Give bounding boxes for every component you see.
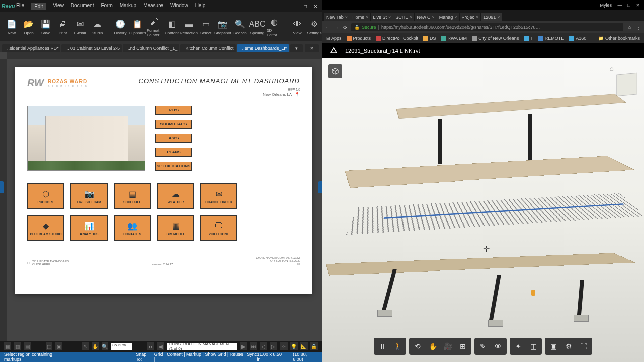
bim-model-tile[interactable]: ▦BIM MODEL <box>157 215 194 241</box>
snap-markup[interactable]: Markup | <box>185 352 204 357</box>
bookmark-remote[interactable]: REMOTE <box>538 36 565 41</box>
tab-close-icon[interactable]: × <box>388 15 391 20</box>
menu-measure[interactable]: Measure <box>143 3 163 10</box>
forward-button[interactable]: → <box>334 25 339 30</box>
lock-tool[interactable]: 🔒 <box>310 342 318 350</box>
close-button[interactable]: ✕ <box>312 3 319 10</box>
new-button[interactable]: 📄New <box>4 14 19 39</box>
explode-button[interactable]: ✦ <box>513 341 524 352</box>
snapshot-button[interactable]: 📷Snapshot <box>215 14 230 39</box>
zoom-tool[interactable]: 🔍 <box>102 342 109 350</box>
save-button[interactable]: 💾Save <box>38 14 53 39</box>
first-person-button[interactable]: ⊞ <box>457 341 468 352</box>
page-selector[interactable]: CONSTRUCTION MANAGEMENT (1 of 6) <box>167 343 237 350</box>
clipboard-button[interactable]: 📋Clipboard <box>130 14 145 39</box>
browser-tab-6[interactable]: Projec× <box>460 13 481 21</box>
model-tree-button[interactable]: ◫ <box>528 341 539 352</box>
tab-close-icon[interactable]: × <box>345 15 348 20</box>
nav-prev[interactable]: ◁ <box>260 342 267 350</box>
content-button[interactable]: ◧Content <box>164 14 179 39</box>
tab-dropdown[interactable]: ▾ <box>290 44 303 52</box>
bookmark-ds[interactable]: DS <box>423 36 436 41</box>
view-cube[interactable] <box>616 73 637 96</box>
specifications-link[interactable]: SPECIFICATIONS <box>155 162 192 171</box>
pan-button[interactable]: ✋ <box>427 341 438 352</box>
chrome-user-label[interactable]: Myles <box>600 3 612 8</box>
tab-close-icon[interactable]: × <box>432 15 434 20</box>
menu-window[interactable]: Window <box>170 3 188 10</box>
panel-toggle-1[interactable]: ▦ <box>4 342 11 350</box>
search-button[interactable]: 🔍Search <box>232 14 248 39</box>
bookmark-products[interactable]: Products <box>347 36 371 41</box>
3d-viewer-canvas[interactable]: ⌂ ✛ ⏸ 🚶 ⟲ ✋ 🎥 ⊞ <box>322 58 644 362</box>
section-button[interactable]: 👁 <box>493 341 504 352</box>
browser-tab-4[interactable]: New C× <box>415 13 436 21</box>
settings-button[interactable]: ⚙Settings <box>307 14 322 39</box>
bookmark-rwa-bim[interactable]: RWA BIM <box>441 36 467 41</box>
print-button[interactable]: 🖨Print <box>55 14 70 39</box>
first-page-button[interactable]: ⏮ <box>147 342 154 350</box>
submittals-link[interactable]: SUBMITTAL'S <box>155 120 192 129</box>
update-link[interactable]: ▢ TO UPDATE DASHBOARD CLICK HERE <box>27 260 69 266</box>
dim-tool[interactable]: ✧ <box>280 342 288 350</box>
video-conf-tile[interactable]: 🖵VIDEO CONF <box>200 215 237 241</box>
doc-tab-0[interactable]: ..sidential Appliances PD* <box>2 44 60 52</box>
reload-button[interactable]: ⟳ <box>343 25 347 30</box>
snap-grid[interactable]: Grid | <box>154 352 166 357</box>
doc-tab-2[interactable]: ..nd Column Conflict _1_ <box>123 44 180 52</box>
browser-tab-7[interactable]: 12091× <box>481 13 502 21</box>
minimize-button[interactable]: — <box>292 3 299 10</box>
tab-close-icon[interactable]: × <box>366 15 368 20</box>
last-page-button[interactable]: ⏭ <box>250 342 257 350</box>
rfis-link[interactable]: RFI'S <box>155 106 192 115</box>
plans-link[interactable]: PLANS <box>155 148 192 157</box>
back-button[interactable]: ← <box>325 25 330 30</box>
left-panel-handle[interactable] <box>0 181 4 193</box>
panel-toggle-5[interactable]: ▣ <box>55 342 62 350</box>
contacts-tile[interactable]: 👥CONTACTS <box>114 215 151 241</box>
settings-button[interactable]: ⚙ <box>563 341 574 352</box>
tab-close-icon[interactable]: × <box>476 15 478 20</box>
pause-button[interactable]: ⏸ <box>377 341 388 352</box>
lightbulb-tool[interactable]: 💡 <box>290 342 298 350</box>
map-pin-icon[interactable]: 📍 <box>295 92 300 97</box>
format-painter-button[interactable]: 🖌Format Painter <box>147 14 162 39</box>
asis-link[interactable]: ASI'S <box>155 134 192 143</box>
prev-page-button[interactable]: ◀ <box>157 342 164 350</box>
tab-close-icon[interactable]: × <box>410 15 412 20</box>
e-mail-button[interactable]: ✉E-mail <box>72 14 88 39</box>
browser-tab-5[interactable]: Manag× <box>437 13 459 21</box>
menu-document[interactable]: Document <box>71 3 94 10</box>
doc-tab-4[interactable]: ..eme Dashboards_LI* <box>237 44 289 52</box>
calibrate-tool[interactable]: 📐 <box>300 342 308 350</box>
panel-toggle-3[interactable]: ▤ <box>24 342 31 350</box>
measure-button[interactable]: ✎ <box>477 341 489 352</box>
snap-show-grid[interactable]: Show Grid | <box>204 352 228 357</box>
doc-tab-1[interactable]: .. 03 Cabinet SD Level 2-5 <box>61 44 121 52</box>
close-button[interactable]: ✕ <box>635 2 641 8</box>
apps-button[interactable]: ⊞ Apps <box>326 36 342 41</box>
3d-editor-button[interactable]: ◍3D Editor <box>267 14 282 39</box>
nav-next[interactable]: ▷ <box>270 342 277 350</box>
view-button[interactable]: 👁View <box>290 14 305 39</box>
other-bookmarks[interactable]: 📁 Other bookmarks <box>598 36 640 41</box>
bookmark-directpoll-cockpit[interactable]: DirectPoll Cockpit <box>376 36 418 41</box>
panel-toggle-2[interactable]: ▥ <box>14 342 21 350</box>
redaction-button[interactable]: ▬Redaction <box>181 14 196 39</box>
zoom-input[interactable]: 85.23% <box>111 343 132 350</box>
live-site-cam-tile[interactable]: 📷LIVE SITE CAM <box>70 183 108 209</box>
bookmark-a360[interactable]: A360 <box>569 36 586 41</box>
browser-tab-2[interactable]: Live St× <box>371 13 393 21</box>
bookmark-t[interactable]: T <box>524 36 533 41</box>
browser-tab-1[interactable]: Home× <box>350 13 370 21</box>
menu-form[interactable]: Form <box>101 3 112 10</box>
schedule-tile[interactable]: ▤SCHEDULE <box>114 183 151 209</box>
model-browser-button[interactable] <box>328 64 342 78</box>
fullscreen-button[interactable]: ⛶ <box>578 341 589 352</box>
snap-content[interactable]: Content | <box>166 352 185 357</box>
menu-markup[interactable]: Markup <box>120 3 136 10</box>
history-button[interactable]: 🕘History <box>113 14 128 39</box>
bluebeam-studio-tile[interactable]: ◆BLUEBEAM STUDIO <box>27 215 64 241</box>
star-button[interactable]: ☆ <box>627 25 632 30</box>
walk-button[interactable]: 🚶 <box>392 341 403 352</box>
